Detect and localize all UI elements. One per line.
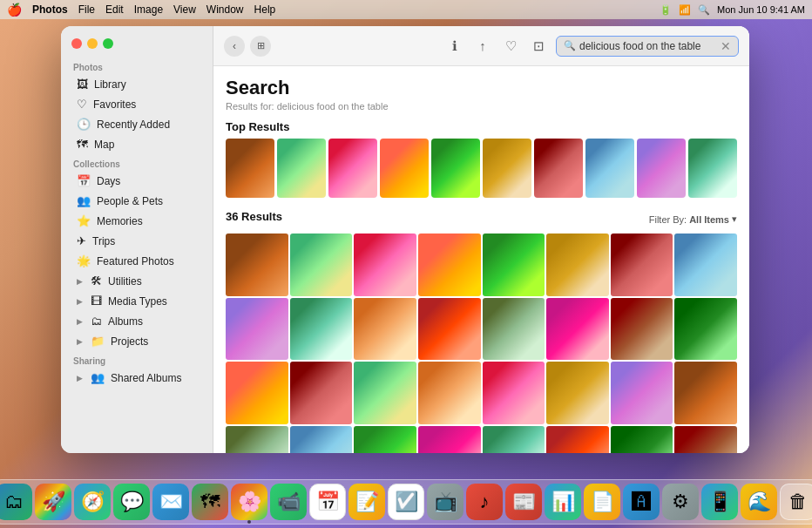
photo-item-14[interactable] xyxy=(611,298,673,361)
sidebar-item-people-pets[interactable]: 👥 People & Pets xyxy=(64,191,209,211)
sidebar-item-media-types[interactable]: ▶ 🎞 Media Types xyxy=(64,291,209,311)
photo-item-24[interactable] xyxy=(226,426,288,453)
dock-item-pages[interactable]: 📄 xyxy=(584,484,620,520)
dock-item-screensaver[interactable]: 🌊 xyxy=(741,484,777,520)
top-result-1[interactable] xyxy=(226,139,274,198)
photo-item-20[interactable] xyxy=(483,362,545,424)
dock-item-settings[interactable]: ⚙ xyxy=(662,484,699,520)
image-menu[interactable]: Image xyxy=(134,3,163,16)
albums-icon: 🗂 xyxy=(91,315,102,328)
photo-item-15[interactable] xyxy=(674,298,737,361)
sidebar-item-favorites[interactable]: ♡ Favorites xyxy=(64,94,209,114)
view-menu[interactable]: View xyxy=(173,3,196,16)
photo-item-23[interactable] xyxy=(674,362,737,424)
photo-item-11[interactable] xyxy=(418,298,481,361)
dock-item-facetime[interactable]: 📹 xyxy=(270,484,307,520)
window-menu[interactable]: Window xyxy=(206,3,244,16)
sidebar-item-days[interactable]: 📅 Days xyxy=(64,171,209,191)
photo-item-19[interactable] xyxy=(418,362,481,424)
photo-item-18[interactable] xyxy=(354,362,416,424)
top-result-3[interactable] xyxy=(328,139,377,198)
back-button[interactable]: ‹ xyxy=(224,36,245,57)
photo-item-27[interactable] xyxy=(418,426,481,453)
dock-item-notes[interactable]: 📝 xyxy=(348,484,385,520)
dock-item-iphone[interactable]: 📱 xyxy=(701,484,738,520)
sidebar-photos-label: Photos xyxy=(61,58,213,74)
sidebar-item-shared-albums[interactable]: ▶ 👥 Shared Albums xyxy=(64,368,209,388)
sidebar-item-recently-added[interactable]: 🕒 Recently Added xyxy=(64,114,209,134)
rotate-button[interactable]: ⊞ xyxy=(250,36,271,57)
close-button[interactable] xyxy=(71,38,82,49)
edit-menu[interactable]: Edit xyxy=(105,3,124,16)
photo-item-8[interactable] xyxy=(226,298,288,361)
info-button[interactable]: ℹ xyxy=(444,36,465,57)
photo-item-29[interactable] xyxy=(546,426,609,453)
photo-item-0[interactable] xyxy=(226,234,288,296)
photo-item-13[interactable] xyxy=(546,298,609,361)
minimize-button[interactable] xyxy=(87,38,98,49)
search-clear-button[interactable]: ✕ xyxy=(721,39,731,53)
sidebar-item-trips[interactable]: ✈ Trips xyxy=(64,231,209,251)
photo-item-16[interactable] xyxy=(226,362,288,424)
delete-button[interactable]: ⊡ xyxy=(528,36,549,57)
photo-item-28[interactable] xyxy=(483,426,545,453)
top-result-8[interactable] xyxy=(585,139,634,198)
dock-item-appletv[interactable]: 📺 xyxy=(427,484,464,520)
sidebar-item-albums[interactable]: ▶ 🗂 Albums xyxy=(64,311,209,331)
top-result-9[interactable] xyxy=(637,139,686,198)
photo-item-6[interactable] xyxy=(611,234,673,296)
favorite-button[interactable]: ♡ xyxy=(500,36,521,57)
dock-item-trash[interactable]: 🗑 xyxy=(780,484,812,520)
sidebar-item-featured-photos[interactable]: 🌟 Featured Photos xyxy=(64,251,209,271)
photo-item-25[interactable] xyxy=(290,426,353,453)
photo-item-10[interactable] xyxy=(354,298,416,361)
photo-item-21[interactable] xyxy=(546,362,609,424)
top-result-10[interactable] xyxy=(688,139,737,198)
top-result-7[interactable] xyxy=(534,139,583,198)
dock-item-photos[interactable]: 🌸 xyxy=(231,484,267,520)
dock-item-launchpad[interactable]: 🚀 xyxy=(35,484,71,520)
photo-item-22[interactable] xyxy=(611,362,673,424)
dock-item-finder[interactable]: 🗂 xyxy=(0,484,32,520)
top-result-5[interactable] xyxy=(431,139,480,198)
search-input[interactable] xyxy=(579,40,721,52)
photo-item-7[interactable] xyxy=(674,234,737,296)
sidebar-item-library[interactable]: 🖼 Library xyxy=(64,74,209,94)
dock-item-music[interactable]: ♪ xyxy=(466,484,503,520)
share-button[interactable]: ↑ xyxy=(472,36,493,57)
file-menu[interactable]: File xyxy=(78,3,95,16)
sidebar-item-utilities[interactable]: ▶ 🛠 Utilities xyxy=(64,271,209,291)
photo-item-12[interactable] xyxy=(483,298,545,361)
dock-item-numbers[interactable]: 📊 xyxy=(545,484,581,520)
top-result-4[interactable] xyxy=(380,139,429,198)
photo-item-5[interactable] xyxy=(546,234,609,296)
photo-item-26[interactable] xyxy=(354,426,416,453)
photo-item-9[interactable] xyxy=(290,298,353,361)
dock-item-maps[interactable]: 🗺 xyxy=(192,484,228,520)
maximize-button[interactable] xyxy=(103,38,113,49)
sidebar-item-projects[interactable]: ▶ 📁 Projects xyxy=(64,331,209,351)
photo-item-17[interactable] xyxy=(290,362,353,424)
photo-item-3[interactable] xyxy=(418,234,481,296)
photo-item-1[interactable] xyxy=(290,234,353,296)
photo-item-31[interactable] xyxy=(674,426,737,453)
apple-menu[interactable]: 🍎 xyxy=(7,3,22,17)
dock-item-mail[interactable]: ✉️ xyxy=(152,484,189,520)
top-result-6[interactable] xyxy=(483,139,531,198)
sidebar-item-map[interactable]: 🗺 Map xyxy=(64,134,209,154)
dock-item-calendar[interactable]: 📅 xyxy=(309,484,346,520)
photo-item-30[interactable] xyxy=(611,426,673,453)
dock-item-messages[interactable]: 💬 xyxy=(113,484,150,520)
photo-item-2[interactable] xyxy=(354,234,416,296)
sidebar-item-memories[interactable]: ⭐ Memories xyxy=(64,211,209,231)
top-result-2[interactable] xyxy=(277,139,326,198)
help-menu[interactable]: Help xyxy=(254,3,276,16)
app-name-menu[interactable]: Photos xyxy=(32,3,68,16)
photo-item-4[interactable] xyxy=(483,234,545,296)
filter-button[interactable]: Filter By: All Items ▾ xyxy=(649,213,737,225)
dock-item-appstore[interactable]: 🅰 xyxy=(623,484,660,520)
search-icon[interactable]: 🔍 xyxy=(698,4,710,16)
dock-item-safari[interactable]: 🧭 xyxy=(74,484,111,520)
dock-item-news[interactable]: 📰 xyxy=(505,484,542,520)
dock-item-reminders[interactable]: ☑️ xyxy=(388,484,424,520)
